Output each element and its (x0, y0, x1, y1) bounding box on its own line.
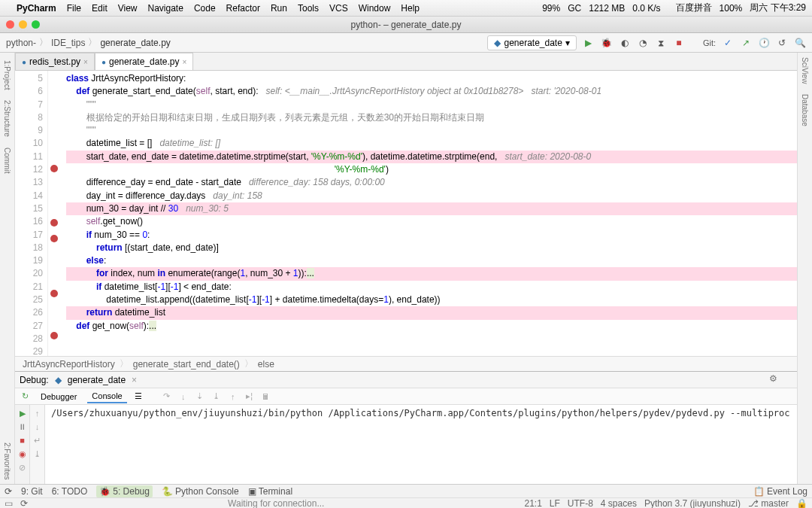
menu-view[interactable]: View (118, 3, 138, 14)
run-button[interactable]: ▶ (583, 37, 595, 49)
user-name[interactable]: 周六 下午3:29 (750, 2, 806, 14)
zoom-window-button[interactable] (32, 20, 40, 29)
vcs-revert-button[interactable]: ↺ (776, 37, 788, 49)
python-console-tab[interactable]: 🐍 Python Console (162, 486, 239, 497)
console-tab[interactable]: Console (87, 390, 126, 403)
force-step-icon[interactable]: ⤓ (211, 391, 222, 402)
net-indicator: 0.0 K/s (632, 3, 660, 14)
soft-wrap-icon[interactable]: ↵ (32, 435, 43, 446)
editor-area: ● redis_test.py × ● generate_date.py × 5… (15, 53, 797, 484)
caret-position[interactable]: 21:1 (524, 498, 541, 509)
navigation-toolbar: python- 〉 IDE_tips 〉 generate_date.py ◆ … (0, 33, 812, 53)
chevron-down-icon: ▾ (565, 38, 570, 48)
scroll-end-icon[interactable]: ⤓ (32, 449, 43, 459)
traffic-lights (6, 20, 40, 29)
gear-icon[interactable]: ⚙ (769, 373, 777, 384)
context-function[interactable]: generate_start_end_date() (133, 359, 240, 370)
rerun-icon[interactable]: ↻ (20, 391, 30, 402)
code-editor[interactable]: 5678910111213141516171819202125262728293… (15, 71, 797, 356)
file-tab-redis-test[interactable]: ● redis_test.py × (15, 53, 95, 70)
lock-icon[interactable]: 🔒 (796, 498, 807, 509)
battery-indicator: 百度拼音 (676, 2, 712, 14)
code-content[interactable]: class JrttAsyncReportHistory: def genera… (60, 71, 797, 356)
close-window-button[interactable] (6, 20, 14, 29)
mute-breakpoints-icon[interactable]: ⊘ (17, 462, 28, 473)
console-output[interactable]: /Users/zhuxuanyu/python_env/jiuyunshuzi/… (45, 405, 797, 484)
git-toolwindow-tab[interactable]: 9: Git (21, 486, 43, 497)
profile-button[interactable]: ◔ (637, 37, 649, 49)
python-interpreter[interactable]: Python 3.7 (jiuyunshuzi) (644, 498, 741, 509)
down-stack-icon[interactable]: ↓ (32, 421, 43, 432)
menu-navigate[interactable]: Navigate (148, 3, 183, 14)
concurrency-button[interactable]: ⧗ (655, 37, 667, 49)
debug-label: Debug: (20, 375, 49, 385)
debug-toolwindow-tab[interactable]: 🐞 5: Debug (96, 485, 153, 497)
app-name[interactable]: PyCharm (17, 3, 56, 14)
project-toolwindow-tab[interactable]: 1:Project (2, 56, 13, 94)
stop-button[interactable]: ■ (673, 37, 685, 49)
event-log-tab[interactable]: 📋 Event Log (753, 486, 807, 497)
window-titlebar: python- – generate_date.py (0, 17, 812, 33)
resume-icon[interactable]: ▶ (17, 408, 28, 418)
close-icon[interactable]: × (182, 58, 186, 66)
up-stack-icon[interactable]: ↑ (32, 408, 43, 418)
threads-icon[interactable]: ☰ (133, 391, 144, 402)
step-over-icon[interactable]: ↷ (162, 391, 172, 402)
commit-toolwindow-tab[interactable]: Commit (2, 143, 13, 178)
background-tasks-icon[interactable]: ⟳ (20, 498, 28, 509)
favorites-toolwindow-tab[interactable]: 2:Favorites (2, 438, 13, 484)
database-toolwindow-tab[interactable]: Database (799, 90, 810, 131)
run-to-cursor-icon[interactable]: ▸¦ (244, 391, 255, 402)
bottom-tool-tabs: ⟳ 9: Git 6: TODO 🐞 5: Debug 🐍 Python Con… (0, 484, 812, 497)
menu-refactor[interactable]: Refactor (226, 3, 260, 14)
todo-toolwindow-tab[interactable]: 6: TODO (52, 486, 88, 497)
gc-indicator: GC (568, 3, 581, 14)
breadcrumb: python- 〉 IDE_tips 〉 generate_date.py (6, 36, 171, 49)
context-class[interactable]: JrttAsyncReportHistory (23, 359, 115, 370)
context-block[interactable]: else (258, 359, 274, 370)
evaluate-icon[interactable]: 🖩 (261, 391, 271, 402)
menu-code[interactable]: Code (194, 3, 216, 14)
pause-icon[interactable]: ⏸ (17, 421, 28, 432)
step-into-icon[interactable]: ↓ (178, 391, 189, 402)
debugger-tab[interactable]: Debugger (36, 391, 81, 403)
run-configuration-select[interactable]: ◆ generate_date ▾ (487, 35, 576, 50)
menu-tools[interactable]: Tools (298, 3, 319, 14)
hide-toolwindows-icon[interactable]: ▭ (5, 498, 13, 509)
breadcrumb-project[interactable]: python- (6, 38, 36, 48)
menu-run[interactable]: Run (271, 3, 287, 14)
breadcrumb-folder[interactable]: IDE_tips (51, 38, 85, 48)
menu-edit[interactable]: Edit (92, 3, 108, 14)
line-ending[interactable]: LF (550, 498, 560, 509)
breakpoint-gutter[interactable] (48, 71, 60, 356)
vcs-history-button[interactable]: 🕐 (758, 37, 770, 49)
close-icon[interactable]: × (83, 58, 88, 66)
step-out-icon[interactable]: ↑ (228, 391, 238, 402)
view-breakpoints-icon[interactable]: ◉ (17, 449, 28, 459)
git-branch[interactable]: ⎇ master (748, 498, 789, 509)
menu-vcs[interactable]: VCS (329, 3, 348, 14)
indent-info[interactable]: 4 spaces (601, 498, 637, 509)
menu-file[interactable]: File (67, 3, 81, 14)
sciview-toolwindow-tab[interactable]: SciView (799, 53, 810, 88)
file-encoding[interactable]: UTF-8 (568, 498, 593, 509)
coverage-button[interactable]: ◐ (619, 37, 631, 49)
file-tab-generate-date[interactable]: ● generate_date.py × (95, 53, 193, 70)
search-everywhere-button[interactable]: 🔍 (794, 37, 806, 49)
line-number-gutter[interactable]: 5678910111213141516171819202125262728293… (15, 71, 48, 356)
structure-toolwindow-tab[interactable]: 2:Structure (2, 96, 13, 141)
sync-icon[interactable]: ⟳ (5, 486, 12, 497)
close-icon[interactable]: × (132, 375, 137, 385)
vcs-update-button[interactable]: ✓ (722, 37, 734, 49)
macos-menubar: PyCharm File Edit View Navigate Code Ref… (0, 0, 812, 17)
stop-icon[interactable]: ■ (17, 435, 28, 446)
breadcrumb-file[interactable]: generate_date.py (100, 38, 170, 48)
debug-button[interactable]: 🐞 (601, 37, 613, 49)
step-into-my-icon[interactable]: ⇣ (195, 391, 205, 402)
terminal-tab[interactable]: ▣ Terminal (248, 486, 292, 497)
main-area: 1:Project 2:Structure Commit 2:Favorites… (0, 53, 812, 484)
minimize-window-button[interactable] (19, 20, 27, 29)
menu-window[interactable]: Window (359, 3, 391, 14)
vcs-commit-button[interactable]: ↗ (740, 37, 752, 49)
menu-help[interactable]: Help (401, 3, 420, 14)
